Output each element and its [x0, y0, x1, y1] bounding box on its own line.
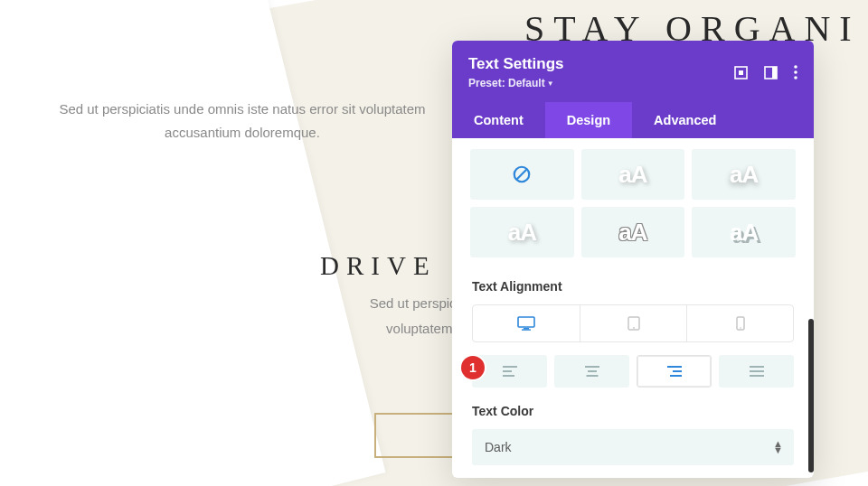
chevron-down-icon: ▼ — [547, 79, 554, 88]
svg-rect-21 — [586, 375, 598, 377]
tab-content[interactable]: Content — [452, 102, 545, 138]
annotation-badge-1: 1 — [461, 356, 485, 379]
svg-rect-18 — [503, 375, 514, 377]
align-right[interactable] — [637, 355, 712, 388]
align-right-icon — [667, 366, 682, 377]
text-align-options — [472, 355, 794, 388]
panel-header: Text Settings Preset: Default▼ Content D… — [452, 41, 814, 138]
text-color-select[interactable]: Dark ▲▼ — [472, 429, 794, 465]
svg-rect-19 — [585, 366, 599, 368]
select-arrows-icon: ▲▼ — [773, 441, 783, 453]
align-center[interactable] — [554, 355, 629, 388]
svg-line-8 — [516, 169, 527, 180]
scrollbar[interactable] — [808, 319, 814, 472]
phone-icon — [736, 316, 745, 331]
panel-body: aA aA aA aA aA Text Alignment — [452, 138, 814, 465]
svg-rect-9 — [518, 317, 534, 327]
svg-point-13 — [633, 327, 635, 329]
text-shadow-option-4[interactable]: aA — [581, 207, 685, 257]
svg-rect-25 — [750, 366, 764, 368]
align-center-icon — [585, 366, 599, 377]
svg-rect-20 — [588, 370, 597, 372]
text-color-value: Dark — [485, 440, 512, 454]
aA-preview-icon: aA — [730, 219, 758, 247]
text-shadow-none[interactable] — [470, 149, 574, 200]
svg-rect-22 — [667, 366, 682, 368]
align-justify-icon — [750, 366, 764, 377]
svg-point-5 — [794, 70, 797, 74]
text-shadow-option-5[interactable]: aA — [692, 207, 796, 257]
svg-point-6 — [794, 76, 797, 79]
panel-tabs: Content Design Advanced — [452, 102, 814, 138]
preset-selector[interactable]: Preset: Default▼ — [468, 77, 734, 89]
label-text-alignment: Text Alignment — [452, 276, 814, 304]
more-options-icon[interactable] — [794, 65, 797, 79]
text-settings-panel: Text Settings Preset: Default▼ Content D… — [452, 41, 814, 478]
svg-rect-17 — [503, 370, 512, 372]
text-shadow-style-grid: aA aA aA aA aA — [452, 138, 814, 276]
desktop-icon — [517, 316, 535, 331]
svg-rect-3 — [772, 67, 777, 79]
text-shadow-option-2[interactable]: aA — [692, 149, 796, 200]
label-text-color: Text Color — [452, 400, 814, 429]
svg-rect-10 — [524, 328, 529, 330]
section-heading-drive: DRIVE — [320, 251, 437, 281]
device-phone[interactable] — [686, 305, 793, 341]
svg-rect-26 — [750, 370, 764, 372]
aA-preview-icon: aA — [618, 161, 646, 189]
hero-subtitle: Sed ut perspiciatis unde omnis iste natu… — [52, 98, 432, 144]
tablet-icon — [627, 316, 640, 331]
device-desktop[interactable] — [473, 305, 580, 341]
cta-button-outline[interactable] — [374, 413, 460, 458]
svg-rect-27 — [750, 375, 764, 377]
tab-design[interactable]: Design — [545, 102, 632, 138]
device-tablet[interactable] — [580, 305, 686, 341]
panel-title: Text Settings — [468, 55, 734, 73]
none-icon — [512, 164, 532, 184]
svg-rect-11 — [522, 329, 531, 330]
svg-rect-16 — [503, 366, 517, 368]
tab-advanced[interactable]: Advanced — [632, 102, 738, 138]
text-shadow-option-3[interactable]: aA — [470, 207, 574, 257]
aA-preview-icon: aA — [508, 219, 536, 247]
svg-point-4 — [794, 65, 797, 69]
responsive-device-selector — [472, 304, 794, 342]
svg-rect-24 — [670, 375, 682, 377]
align-justify[interactable] — [719, 355, 794, 388]
text-shadow-option-1[interactable]: aA — [581, 149, 685, 200]
svg-rect-1 — [739, 70, 743, 75]
aA-preview-icon: aA — [618, 219, 646, 247]
dock-side-icon[interactable] — [764, 66, 778, 79]
svg-rect-23 — [673, 370, 682, 372]
expand-icon[interactable] — [734, 66, 748, 79]
aA-preview-icon: aA — [730, 161, 758, 189]
align-left-icon — [503, 366, 517, 377]
svg-point-15 — [740, 327, 741, 329]
